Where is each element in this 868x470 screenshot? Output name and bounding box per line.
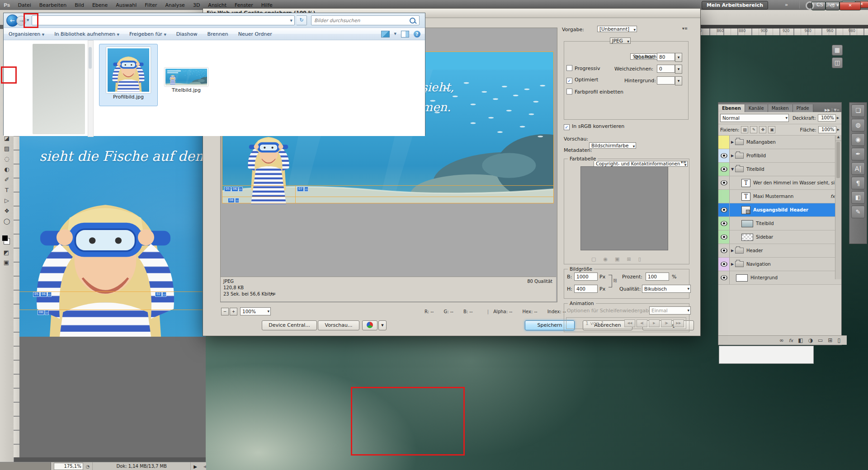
tool-17[interactable]: ❖	[1, 206, 13, 216]
eye-icon[interactable]	[721, 153, 727, 158]
menu-3D[interactable]: 3D	[189, 2, 204, 8]
dock-panel-icon-2[interactable]: ◉	[851, 133, 865, 146]
dock-panel-icon-3[interactable]: ✒	[851, 148, 865, 160]
file-item-Titelbild.jpg[interactable]: Titelbild.jpg	[161, 44, 211, 106]
menu-Ansicht[interactable]: Ansicht	[204, 2, 231, 8]
progressiv-checkbox[interactable]: Progressiv	[566, 65, 600, 71]
screen-mode-icon[interactable]: ▣	[0, 258, 12, 268]
visibility-cell[interactable]	[718, 190, 730, 203]
expander-icon[interactable]: ▶	[730, 262, 735, 266]
expander-icon[interactable]: ▼	[730, 167, 735, 171]
search-box[interactable]	[311, 15, 420, 25]
explorer-toolbar-Brennen[interactable]: Brennen	[202, 31, 233, 37]
zoom-level-select[interactable]: 100%	[240, 307, 271, 315]
fill-value[interactable]: 100%	[818, 126, 836, 133]
file-item-Profilbild.jpg[interactable]: Profilbild.jpg	[99, 44, 158, 106]
browser-preview-button[interactable]	[362, 320, 377, 330]
preview-pane-icon[interactable]	[401, 31, 409, 38]
layer-name[interactable]: Wer den Himmel im Wasser sieht, sieht di…	[753, 180, 841, 185]
slice-tag[interactable]: 08⊡	[228, 198, 239, 203]
scroll-arrow-icon[interactable]: ◀	[203, 465, 206, 469]
panel-tab-Kanäle[interactable]: Kanäle	[745, 104, 768, 112]
optimiert-checkbox[interactable]: ✓Optimiert	[566, 77, 598, 84]
panel-tab-Masken[interactable]: Masken	[768, 104, 793, 112]
layers-footer-icon-1[interactable]: fx	[789, 338, 793, 343]
dock-panel-icon-7[interactable]: ✎	[851, 206, 865, 218]
device-central-button[interactable]: Device Central...	[262, 320, 317, 330]
layers-footer-icon-5[interactable]: ⊞	[828, 337, 832, 343]
tool-12[interactable]: ◌	[1, 154, 13, 164]
layers-footer-icon-0[interactable]: ∞	[779, 337, 784, 343]
opacity-value[interactable]: 100%	[818, 114, 836, 122]
dock-panel-icon-1[interactable]: ◍	[851, 119, 865, 132]
layer-row-Header[interactable]: ▶Header	[718, 244, 841, 258]
expander-icon[interactable]: ▶	[730, 249, 735, 253]
qualitaet-value[interactable]: 80	[657, 53, 675, 61]
scrollbar-thumb[interactable]	[89, 47, 92, 69]
tool-13[interactable]: ◐	[1, 164, 13, 174]
layer-row-Hintergrund[interactable]: Hintergrund	[718, 271, 841, 285]
explorer-toolbar-Neuer Ordner[interactable]: Neuer Ordner	[233, 31, 277, 37]
weichzeichnen-arrow[interactable]: ▼	[675, 65, 682, 74]
zoom-level-field[interactable]: 175,1%	[54, 463, 83, 470]
visibility-cell[interactable]	[718, 271, 730, 284]
eye-icon[interactable]	[721, 221, 727, 226]
views-icon[interactable]	[381, 31, 390, 38]
layer-row-Titelbild[interactable]: ▼Titelbild	[718, 163, 841, 176]
slice-tag[interactable]: 0506⊡	[33, 292, 52, 297]
explorer-maximize-button[interactable]: ▢	[826, 2, 840, 10]
eye-icon[interactable]	[721, 167, 727, 172]
hintergrund-arrow[interactable]: ▼	[675, 76, 682, 85]
layers-footer-icon-6[interactable]: ▯	[837, 337, 840, 343]
h-value[interactable]: 400	[574, 285, 598, 293]
browser-select-arrow[interactable]: ▼	[378, 320, 387, 330]
workspace-more-chevron[interactable]: »	[785, 2, 788, 8]
lock-icon-3[interactable]: ▣	[768, 126, 775, 133]
slice-tag[interactable]: 02⊡	[155, 292, 166, 297]
explorer-toolbar-Freigeben für[interactable]: Freigeben für ▼	[124, 31, 171, 37]
layer-row-Maßangaben[interactable]: ▶Maßangaben	[718, 136, 841, 149]
slice-tag[interactable]: 0506⊡	[224, 187, 243, 192]
layer-name[interactable]: Ausgangsbild_Header	[753, 207, 841, 212]
panel-tab-Pfade[interactable]: Pfade	[793, 104, 813, 112]
menu-Fenster[interactable]: Fenster	[231, 2, 257, 8]
dock-panel-icon-5[interactable]: ¶	[851, 177, 865, 189]
layer-name[interactable]: Titelbild	[756, 221, 841, 226]
explorer-toolbar-Organisieren[interactable]: Organisieren ▼	[4, 31, 49, 37]
panel-collapse-icon[interactable]: ▶▶ | ▼≡	[825, 108, 841, 112]
vorschau-select[interactable]: Bildschirmfarbe	[589, 142, 636, 149]
help-icon[interactable]: ?	[414, 31, 420, 38]
eye-icon[interactable]	[721, 275, 727, 280]
menu-Analyse[interactable]: Analyse	[161, 2, 189, 8]
visibility-cell[interactable]	[718, 217, 730, 230]
dock-panel-icon-6[interactable]: ◧	[851, 191, 865, 204]
panel-tab-Ebenen[interactable]: Ebenen	[718, 104, 745, 112]
address-bar[interactable]: ▼	[32, 15, 295, 25]
eye-icon[interactable]	[721, 262, 727, 267]
blend-mode-select[interactable]: Normal	[720, 114, 789, 122]
explorer-close-button[interactable]: ✕	[840, 2, 861, 10]
layers-footer-icon-4[interactable]: ▭	[818, 337, 823, 343]
expander-icon[interactable]: ▶	[730, 154, 735, 158]
zoom-in-button[interactable]: +	[230, 308, 237, 315]
weichzeichnen-value[interactable]: 0	[657, 65, 675, 73]
explorer-toolbar-In Bibliothek aufnehmen[interactable]: In Bibliothek aufnehmen ▼	[49, 31, 124, 37]
visibility-cell[interactable]	[718, 203, 730, 216]
vorschau-button[interactable]: Vorschau...	[318, 320, 359, 330]
layer-name[interactable]: Hintergrund	[750, 275, 841, 280]
eye-icon[interactable]	[721, 180, 727, 185]
layer-name[interactable]: Sidebar	[756, 235, 841, 240]
expander-icon[interactable]: ▶	[730, 140, 735, 144]
prozent-value[interactable]: 100	[646, 273, 669, 281]
visibility-cell[interactable]	[718, 163, 730, 176]
tool-14[interactable]: ✐	[1, 175, 13, 185]
menu-Bild[interactable]: Bild	[71, 2, 88, 8]
lock-icon-1[interactable]: ✎	[750, 126, 757, 133]
format-select[interactable]: JPEG	[610, 38, 631, 44]
scroll-up-arrow[interactable]: ▲	[835, 135, 841, 141]
layer-name[interactable]: Header	[746, 248, 841, 253]
layer-row-Maxi Mustermann[interactable]: TMaxi Mustermannfx ▼	[718, 190, 841, 203]
dock-panel-icon-0[interactable]: ❏	[851, 104, 865, 117]
srgb-checkbox[interactable]: ✓In sRGB konvertieren	[564, 123, 624, 130]
layer-row-Wer den Himmel im Wasser sieht, sieht die ...[interactable]: TWer den Himmel im Wasser sieht, sieht d…	[718, 176, 841, 190]
